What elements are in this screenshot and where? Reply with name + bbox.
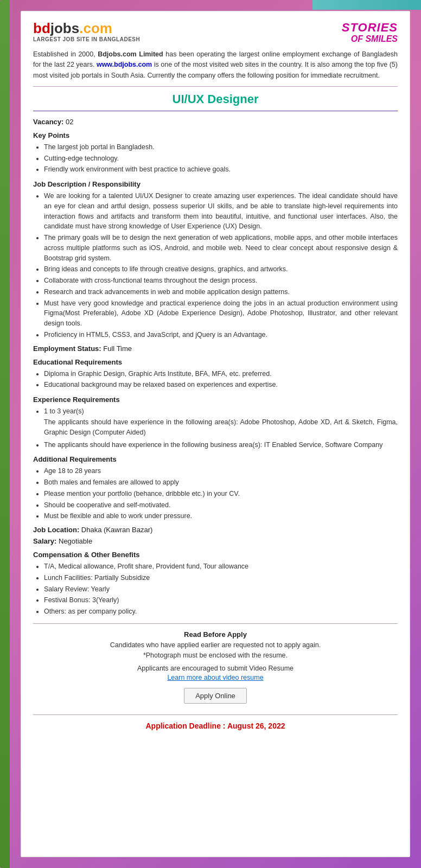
list-item: 1 to 3 year(s) The applicants should hav… <box>44 406 398 438</box>
deadline-value: August 26, 2022 <box>227 722 285 730</box>
video-note: Applicants are encouraged to submit Vide… <box>33 665 398 672</box>
employment-status-label: Employment Status: <box>33 344 101 353</box>
job-location: Job Location: Dhaka (Kawran Bazar) <box>33 526 398 534</box>
additional-req-heading: Additional Requirements <box>33 455 398 463</box>
employment-status: Employment Status: Full Time <box>33 344 398 353</box>
list-item: Festival Bonus: 3(Yearly) <box>44 595 398 605</box>
additional-req-list: Age 18 to 28 years Both males and female… <box>44 466 398 521</box>
bdjobs-logo: bdjobs.com LARGEST JOB SITE IN BANGLADES… <box>33 21 140 42</box>
stories-of-smiles-logo: STORIES OF SMILES <box>342 21 398 44</box>
deadline-label: Application Deadline : <box>146 722 226 730</box>
list-item: Bring ideas and concepts to life through… <box>44 264 398 275</box>
key-points-heading: Key Points <box>33 131 398 139</box>
list-item: Both males and females are allowed to ap… <box>44 477 398 488</box>
experience-detail-1: The applicants should have experience in… <box>44 417 398 438</box>
vacancy-line: Vacancy: 02 <box>33 118 398 126</box>
page-wrapper: bdjobs.com LARGEST JOB SITE IN BANGLADES… <box>0 0 421 868</box>
list-item: Must be flexible and able to work under … <box>44 511 398 521</box>
compensation-heading: Compensation & Other Benefits <box>33 551 398 559</box>
list-item: The largest job portal in Bangladesh. <box>44 142 398 152</box>
vacancy-value: 02 <box>66 118 73 126</box>
key-points-list: The largest job portal in Bangladesh. Cu… <box>44 142 398 175</box>
educational-req-heading: Educational Requirements <box>33 358 398 366</box>
stories-text: STORIES <box>342 21 398 34</box>
list-item: T/A, Medical allowance, Profit share, Pr… <box>44 561 398 572</box>
list-item: Please mention your portfolio (behance, … <box>44 489 398 499</box>
logo-dotcom: .com <box>79 20 112 36</box>
educational-req-list: Diploma in Graphic Design, Graphic Arts … <box>44 369 398 391</box>
location-label: Job Location: <box>33 526 79 534</box>
job-desc-list: We are looking for a talented UI/UX Desi… <box>44 191 398 340</box>
video-link[interactable]: Learn more about video resume <box>33 674 398 681</box>
teal-accent-top <box>312 0 421 10</box>
salary: Salary: Negotiable <box>33 537 398 545</box>
read-before-label: Read Before Apply <box>33 630 398 639</box>
compensation-list: T/A, Medical allowance, Profit share, Pr… <box>44 561 398 617</box>
list-item: Cutting-edge technology. <box>44 154 398 164</box>
list-item: Should be cooperative and self-motivated… <box>44 500 398 510</box>
logo-tagline: LARGEST JOB SITE IN BANGLADESH <box>33 36 140 42</box>
salary-label: Salary: <box>33 537 56 545</box>
list-item: Salary Review: Yearly <box>44 584 398 595</box>
employment-status-value: Full Time <box>103 344 132 353</box>
location-value: Dhaka (Kawran Bazar) <box>81 526 153 534</box>
experience-req-list: 1 to 3 year(s) The applicants should hav… <box>44 406 398 450</box>
logo-text: bdjobs.com <box>33 21 140 35</box>
list-item: Educational background may be relaxed ba… <box>44 380 398 390</box>
bdjobs-bold: Bdjobs.com Limited <box>98 50 163 58</box>
list-item: The applicants should have experience in… <box>44 440 398 450</box>
list-item: Diploma in Graphic Design, Graphic Arts … <box>44 369 398 379</box>
list-item: Lunch Facilities: Partially Subsidize <box>44 573 398 583</box>
vacancy-label: Vacancy: <box>33 118 63 126</box>
logo-jobs: jobs <box>50 20 79 36</box>
salary-value: Negotiable <box>59 537 92 545</box>
list-item: The primary goals will be to design the … <box>44 233 398 263</box>
green-accent-bar <box>0 0 10 868</box>
main-card: bdjobs.com LARGEST JOB SITE IN BANGLADES… <box>21 11 410 857</box>
divider-purple <box>33 111 398 111</box>
list-item: Research and track advancements in web a… <box>44 287 398 297</box>
divider-top <box>33 86 398 87</box>
experience-req-heading: Experience Requirements <box>33 395 398 404</box>
application-deadline: Application Deadline : August 26, 2022 <box>33 722 398 730</box>
list-item: Proficiency in HTML5, CSS3, and JavaScri… <box>44 330 398 340</box>
intro-paragraph: Established in 2000, Bdjobs.com Limited … <box>33 49 398 81</box>
apply-online-button[interactable]: Apply Online <box>184 688 247 704</box>
job-desc-heading: Job Description / Responsibility <box>33 180 398 188</box>
candidates-text: Candidates who have applied earlier are … <box>33 641 398 649</box>
list-item: Age 18 to 28 years <box>44 466 398 476</box>
list-item: Collaborate with cross-functional teams … <box>44 276 398 286</box>
bdjobs-url: www.bdjobs.com <box>97 61 152 68</box>
of-smiles-text: OF SMILES <box>351 34 398 43</box>
logo-bd: bd <box>33 20 50 36</box>
list-item: We are looking for a talented UI/UX Desi… <box>44 191 398 232</box>
footer-section: Read Before Apply Candidates who have ap… <box>33 623 398 715</box>
header: bdjobs.com LARGEST JOB SITE IN BANGLADES… <box>33 21 398 44</box>
photo-note: *Photograph must be enclosed with the re… <box>33 652 398 659</box>
job-title: UI/UX Designer <box>33 92 398 106</box>
list-item: Friendly work environment with best prac… <box>44 164 398 175</box>
list-item: Others: as per company policy. <box>44 607 398 617</box>
list-item: Must have very good knowledge and practi… <box>44 298 398 329</box>
